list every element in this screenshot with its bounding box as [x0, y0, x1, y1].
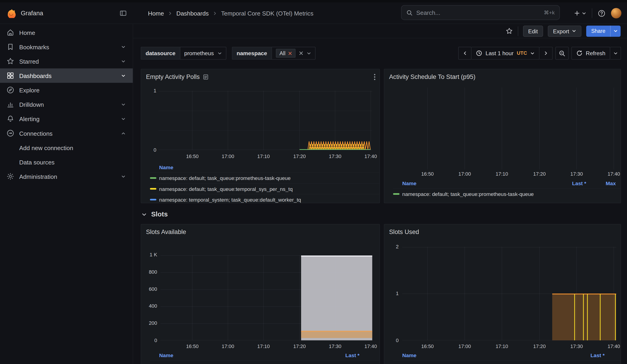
legend-name-column[interactable]: Name [402, 352, 580, 358]
help-icon[interactable] [598, 9, 605, 17]
variable-namespace: namespace All [232, 47, 315, 59]
x-tick-label: 17:20 [533, 344, 546, 349]
time-controls: Last 1 hour UTC Refresh [458, 47, 621, 59]
namespace-select[interactable]: All [271, 47, 315, 59]
sidebar-item-connections[interactable]: Connections [0, 126, 133, 140]
divider [592, 8, 592, 18]
clear-all-icon[interactable] [299, 51, 303, 55]
share-button[interactable]: Share [586, 25, 610, 37]
divider [518, 26, 518, 36]
zoom-out-button[interactable] [555, 47, 569, 59]
legend-row[interactable]: namespace: default; task_queue:temporal_… [150, 183, 380, 194]
chip-label: All [279, 50, 285, 56]
home-icon [6, 29, 14, 37]
panel-menu-icon[interactable] [374, 74, 375, 81]
chevron-down-icon[interactable] [119, 116, 127, 121]
chevron-down-icon[interactable] [119, 102, 127, 106]
legend-row[interactable] [393, 360, 621, 364]
breadcrumb-dashboards[interactable]: Dashboards [176, 10, 209, 17]
legend-row[interactable] [150, 360, 380, 364]
share-menu-button[interactable] [610, 25, 621, 37]
export-label: Export [553, 28, 569, 34]
chevron-down-icon[interactable] [119, 174, 127, 179]
sidebar-item-data-sources[interactable]: Data sources [0, 155, 133, 169]
sidebar-item-label: Explore [19, 87, 127, 94]
sidebar-item-home[interactable]: Home [0, 25, 133, 40]
panel-title: Activity Schedule To Start (p95) [389, 73, 475, 81]
panel-description-icon[interactable] [203, 74, 209, 80]
y-tick-label: 0 [141, 337, 157, 343]
breadcrumb-separator-icon [213, 11, 217, 15]
legend-last-column[interactable]: Last * [562, 180, 586, 186]
timeseries-plot[interactable] [384, 88, 621, 170]
export-button[interactable]: Export [548, 25, 582, 37]
sidebar-item-administration[interactable]: Administration [0, 169, 133, 184]
controls-row: datasource prometheus namespace All [141, 47, 621, 59]
timeseries-plot[interactable] [158, 91, 372, 150]
legend-last-column[interactable]: Last * [581, 352, 605, 358]
chevron-up-icon[interactable] [119, 131, 127, 135]
sidebar-item-explore[interactable]: Explore [0, 83, 133, 97]
sidebar-item-drilldown[interactable]: Drilldown [0, 97, 133, 111]
breadcrumb-current: Temporal Core SDK (OTel) Metrics [221, 10, 314, 17]
legend-row[interactable]: namespace: default; task_queue:prometheu… [150, 172, 380, 183]
dashboard-toolbar: Edit Export Share [133, 24, 627, 38]
legend-name-column[interactable]: Name [159, 164, 379, 170]
sidebar-item-add-new-connection[interactable]: Add new connection [0, 141, 133, 155]
timeseries-plot[interactable] [160, 255, 372, 341]
dashboards-grid-icon [6, 72, 14, 80]
time-range-button[interactable]: Last 1 hour UTC [471, 47, 539, 59]
refresh-label: Refresh [586, 50, 605, 56]
chip-close-icon[interactable] [288, 51, 292, 55]
chevron-down-icon[interactable] [119, 45, 127, 49]
panel-header[interactable]: Slots Used [384, 224, 621, 240]
bell-icon [6, 115, 14, 123]
search-box[interactable]: ⌘+k [401, 5, 560, 20]
edit-button[interactable]: Edit [523, 25, 543, 37]
sidebar-item-bookmarks[interactable]: Bookmarks [0, 40, 133, 54]
legend-header: Name Last * [150, 350, 380, 361]
chevron-down-icon[interactable] [119, 59, 127, 63]
grafana-logo-icon[interactable] [6, 8, 16, 18]
star-icon[interactable] [506, 27, 513, 35]
new-button[interactable] [574, 10, 586, 16]
namespace-value-chip[interactable]: All [276, 49, 296, 58]
panel-header[interactable]: Activity Schedule To Start (p95) [384, 69, 621, 84]
sidebar-item-starred[interactable]: Starred [0, 54, 133, 68]
legend-max-column[interactable]: Max [586, 180, 616, 186]
clock-icon [476, 50, 482, 56]
panel-header[interactable]: Empty Activity Polls [141, 69, 379, 84]
dock-sidebar-icon[interactable] [119, 9, 127, 17]
time-forward-button[interactable] [539, 47, 553, 59]
y-tick-label: 0 [141, 147, 157, 153]
x-tick-label: 17:10 [257, 344, 270, 349]
legend-last-column[interactable]: Last * [335, 352, 359, 358]
chevron-down-icon[interactable] [119, 73, 127, 78]
x-tick-label: 17:10 [496, 171, 508, 177]
refresh-group: Refresh [571, 47, 621, 59]
sidebar-item-dashboards[interactable]: Dashboards [0, 68, 133, 83]
timeseries-plot[interactable] [402, 247, 616, 340]
sidebar-item-label: Add new connection [19, 144, 127, 151]
legend-row[interactable]: namespace: default; task_queue:prometheu… [393, 188, 621, 199]
time-back-button[interactable] [458, 47, 471, 59]
refresh-button[interactable]: Refresh [571, 47, 610, 59]
row-title: Slots [151, 210, 168, 218]
search-input[interactable] [416, 9, 540, 16]
panel-header[interactable]: Slots Available [141, 224, 379, 240]
datasource-select[interactable]: prometheus [180, 47, 226, 59]
chevron-down-icon [582, 11, 586, 15]
legend-row[interactable]: namespace: temporal_system; task_queue:d… [150, 194, 380, 203]
refresh-interval-button[interactable] [610, 47, 621, 59]
sidebar-item-label: Starred [19, 58, 114, 64]
breadcrumb-home[interactable]: Home [148, 10, 164, 17]
legend-name-column[interactable]: Name [159, 352, 335, 358]
y-tick-label: 1 [141, 88, 157, 94]
sidebar-item-alerting[interactable]: Alerting [0, 111, 133, 126]
chevron-down-icon [613, 51, 618, 55]
row-slots[interactable]: Slots [142, 208, 168, 221]
avatar[interactable] [611, 8, 622, 18]
x-axis: 16:50 17:00 17:10 17:20 17:30 17:40 [141, 344, 379, 350]
y-tick-label: 400 [141, 303, 157, 309]
legend-name-column[interactable]: Name [402, 180, 562, 186]
